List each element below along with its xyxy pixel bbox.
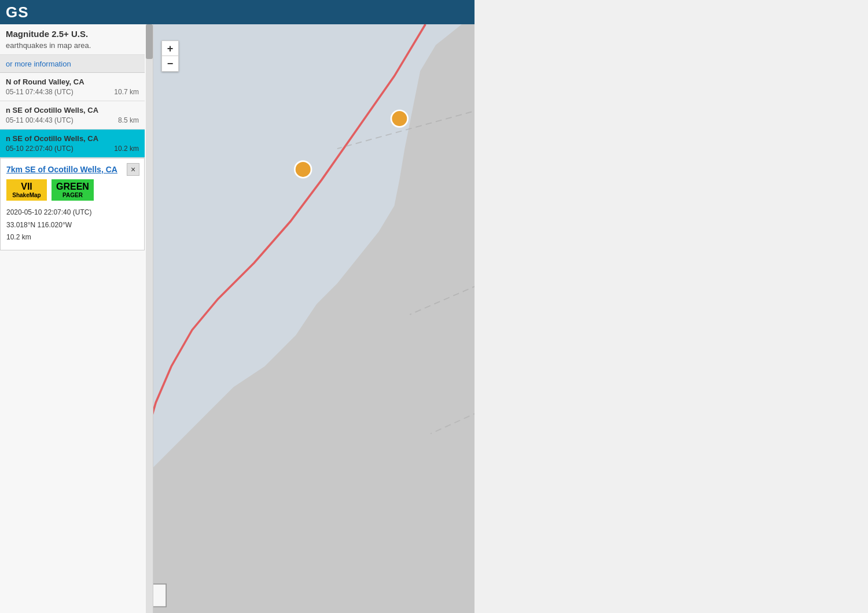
zoom-out-button[interactable]: −: [162, 56, 178, 71]
zoom-controls: + −: [161, 40, 179, 72]
map-svg: 200 km 100 mi: [153, 24, 475, 613]
list-item-selected[interactable]: n SE of Ocotillo Wells, CA 05-10 22:07:4…: [0, 130, 145, 158]
scrollbar-track[interactable]: [146, 24, 153, 613]
popup-details: 2020-05-10 22:07:40 (UTC) 33.018°N 116.0…: [6, 206, 138, 244]
sidebar-title: Magnitude 2.5+ U.S.: [6, 29, 139, 39]
svg-rect-5: [153, 584, 166, 607]
scrollbar-thumb[interactable]: [146, 24, 153, 59]
eq-time: 05-10 22:07:40 (UTC): [6, 145, 73, 153]
map-area[interactable]: + − 200 km 100: [153, 24, 475, 613]
popup-coordinates: 33.018°N 116.020°W: [6, 219, 138, 232]
eq-depth: 10.7 km: [114, 88, 139, 96]
main-layout: Magnitude 2.5+ U.S. earthquakes in map a…: [0, 24, 475, 613]
popup-title[interactable]: 7km SE of Ocotillo Wells, CA: [6, 164, 138, 175]
eq-time: 05-11 00:44:43 (UTC): [6, 116, 73, 124]
app-title: GS: [6, 3, 29, 21]
shakemap-rating: VII: [11, 182, 42, 192]
eq-depth: 8.5 km: [118, 116, 139, 124]
list-item[interactable]: n SE of Ocotillo Wells, CA 05-11 00:44:4…: [0, 101, 145, 130]
pager-label: PAGER: [56, 192, 89, 198]
popup-depth: 10.2 km: [6, 231, 138, 244]
more-info-bar: or more information: [0, 55, 145, 73]
sidebar: Magnitude 2.5+ U.S. earthquakes in map a…: [0, 24, 153, 613]
app-header: GS: [0, 0, 475, 24]
sidebar-content: Magnitude 2.5+ U.S. earthquakes in map a…: [0, 24, 153, 613]
eq-details: 05-11 00:44:43 (UTC) 8.5 km: [6, 116, 139, 124]
eq-details: 05-11 07:44:38 (UTC) 10.7 km: [6, 88, 139, 96]
popup-close-button[interactable]: ×: [127, 163, 139, 176]
popup-time: 2020-05-10 22:07:40 (UTC): [6, 206, 138, 219]
eq-location: N of Round Valley, CA: [6, 77, 139, 86]
more-info-link[interactable]: or more information: [6, 60, 71, 68]
eq-time: 05-11 07:44:38 (UTC): [6, 88, 73, 96]
pager-rating: GREEN: [56, 182, 89, 192]
eq-depth: 10.2 km: [114, 145, 139, 153]
eq-location: n SE of Ocotillo Wells, CA: [6, 106, 139, 115]
sidebar-subtitle: earthquakes in map area.: [6, 41, 139, 50]
eq-details: 05-10 22:07:40 (UTC) 10.2 km: [6, 145, 139, 153]
shakemap-badge[interactable]: VII ShakeMap: [6, 179, 47, 201]
popup-panel: × 7km SE of Ocotillo Wells, CA VII Shake…: [0, 158, 145, 250]
earthquake-list: N of Round Valley, CA 05-11 07:44:38 (UT…: [0, 73, 145, 158]
badges-row: VII ShakeMap GREEN PAGER: [6, 179, 138, 201]
pager-badge[interactable]: GREEN PAGER: [52, 179, 94, 201]
eq-dot-2[interactable]: [295, 161, 311, 178]
shakemap-label: ShakeMap: [11, 192, 42, 198]
zoom-in-button[interactable]: +: [162, 41, 178, 56]
eq-location: n SE of Ocotillo Wells, CA: [6, 134, 139, 143]
sidebar-header: Magnitude 2.5+ U.S. earthquakes in map a…: [0, 24, 145, 55]
list-item[interactable]: N of Round Valley, CA 05-11 07:44:38 (UT…: [0, 73, 145, 101]
eq-dot-1[interactable]: [391, 110, 408, 127]
